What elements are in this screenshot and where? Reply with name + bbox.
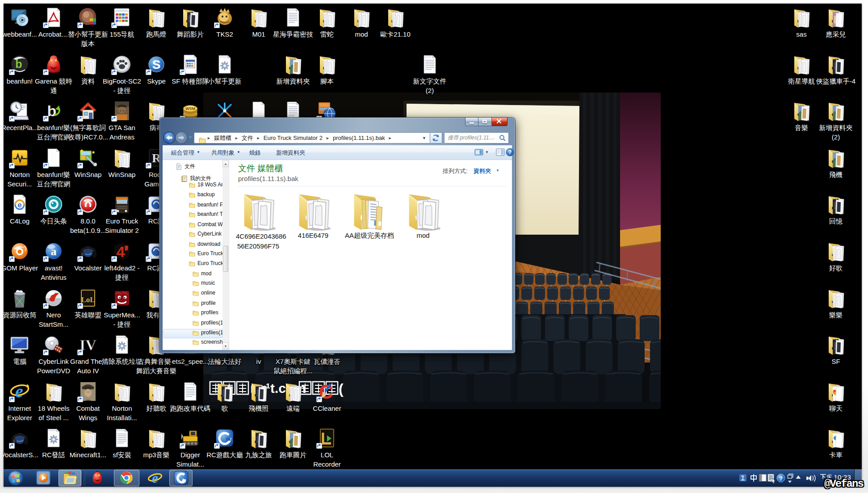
svg-text:(: ( bbox=[339, 381, 344, 397]
svg-text:e: e bbox=[152, 470, 158, 486]
svg-text:?: ? bbox=[779, 475, 783, 482]
svg-text:?: ? bbox=[508, 149, 512, 156]
